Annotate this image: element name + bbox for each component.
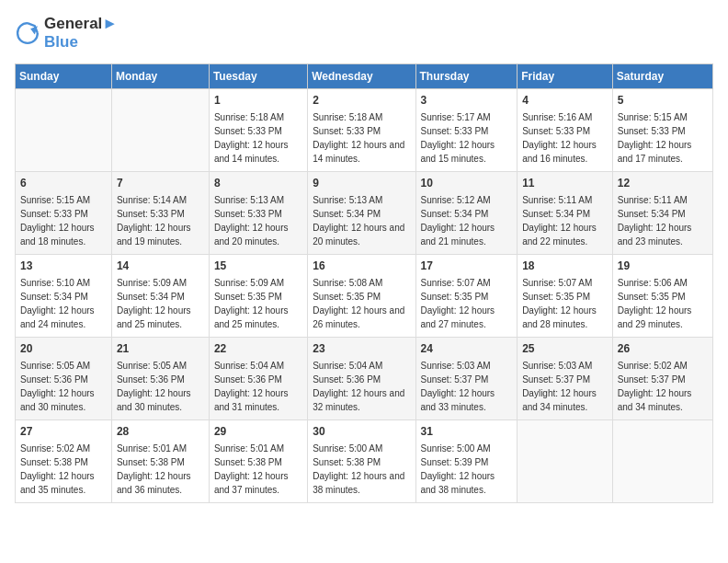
calendar-cell: 22Sunrise: 5:04 AMSunset: 5:36 PMDayligh… [209, 337, 307, 419]
calendar-week-row: 27Sunrise: 5:02 AMSunset: 5:38 PMDayligh… [16, 419, 713, 502]
day-info: Sunrise: 5:06 AMSunset: 5:35 PMDaylight:… [618, 276, 708, 331]
day-number: 2 [313, 93, 410, 109]
calendar-table: SundayMondayTuesdayWednesdayThursdayFrid… [15, 63, 713, 503]
calendar-cell: 2Sunrise: 5:18 AMSunset: 5:33 PMDaylight… [308, 88, 415, 171]
day-number: 16 [313, 259, 410, 274]
day-info: Sunrise: 5:00 AMSunset: 5:39 PMDaylight:… [421, 442, 513, 497]
day-info: Sunrise: 5:04 AMSunset: 5:36 PMDaylight:… [214, 359, 302, 414]
day-number: 3 [421, 93, 513, 109]
calendar-cell: 28Sunrise: 5:01 AMSunset: 5:38 PMDayligh… [111, 419, 209, 502]
calendar-cell: 1Sunrise: 5:18 AMSunset: 5:33 PMDaylight… [209, 88, 307, 171]
day-number: 30 [313, 424, 410, 440]
day-info: Sunrise: 5:15 AMSunset: 5:33 PMDaylight:… [618, 110, 708, 166]
calendar-cell: 8Sunrise: 5:13 AMSunset: 5:33 PMDaylight… [209, 171, 307, 254]
day-number: 20 [20, 341, 107, 357]
calendar-cell: 5Sunrise: 5:15 AMSunset: 5:33 PMDaylight… [612, 88, 712, 171]
calendar-cell: 7Sunrise: 5:14 AMSunset: 5:33 PMDaylight… [111, 171, 209, 254]
day-info: Sunrise: 5:15 AMSunset: 5:33 PMDaylight:… [20, 193, 107, 248]
day-number: 9 [313, 176, 410, 191]
day-number: 22 [214, 341, 302, 357]
calendar-week-row: 13Sunrise: 5:10 AMSunset: 5:34 PMDayligh… [16, 254, 713, 337]
calendar-cell: 11Sunrise: 5:11 AMSunset: 5:34 PMDayligh… [518, 171, 613, 254]
day-info: Sunrise: 5:05 AMSunset: 5:36 PMDaylight:… [20, 359, 107, 414]
day-info: Sunrise: 5:13 AMSunset: 5:33 PMDaylight:… [214, 193, 302, 248]
day-number: 4 [522, 93, 608, 109]
calendar-cell: 31Sunrise: 5:00 AMSunset: 5:39 PMDayligh… [415, 419, 518, 502]
day-info: Sunrise: 5:02 AMSunset: 5:38 PMDaylight:… [20, 442, 107, 497]
day-info: Sunrise: 5:04 AMSunset: 5:36 PMDaylight:… [313, 359, 410, 414]
day-info: Sunrise: 5:08 AMSunset: 5:35 PMDaylight:… [313, 276, 410, 331]
calendar-week-row: 6Sunrise: 5:15 AMSunset: 5:33 PMDaylight… [16, 171, 713, 254]
day-info: Sunrise: 5:05 AMSunset: 5:36 PMDaylight:… [117, 359, 204, 414]
calendar-cell: 14Sunrise: 5:09 AMSunset: 5:34 PMDayligh… [111, 254, 209, 337]
day-info: Sunrise: 5:17 AMSunset: 5:33 PMDaylight:… [421, 110, 513, 166]
calendar-header-row: SundayMondayTuesdayWednesdayThursdayFrid… [16, 63, 713, 88]
day-number: 1 [214, 93, 302, 109]
day-info: Sunrise: 5:00 AMSunset: 5:38 PMDaylight:… [313, 442, 410, 497]
day-number: 5 [618, 93, 708, 109]
day-number: 28 [117, 424, 204, 440]
day-info: Sunrise: 5:07 AMSunset: 5:35 PMDaylight:… [421, 276, 513, 331]
day-info: Sunrise: 5:13 AMSunset: 5:34 PMDaylight:… [313, 193, 410, 248]
day-number: 27 [20, 424, 107, 440]
day-info: Sunrise: 5:03 AMSunset: 5:37 PMDaylight:… [421, 359, 513, 414]
calendar-cell: 4Sunrise: 5:16 AMSunset: 5:33 PMDaylight… [518, 88, 613, 171]
day-info: Sunrise: 5:16 AMSunset: 5:33 PMDaylight:… [522, 110, 608, 166]
day-number: 19 [618, 259, 708, 274]
day-number: 29 [214, 424, 302, 440]
column-header-thursday: Thursday [415, 63, 518, 88]
calendar-cell: 10Sunrise: 5:12 AMSunset: 5:34 PMDayligh… [415, 171, 518, 254]
logo-icon [15, 20, 40, 46]
day-number: 8 [214, 176, 302, 191]
column-header-saturday: Saturday [612, 63, 712, 88]
calendar-cell: 27Sunrise: 5:02 AMSunset: 5:38 PMDayligh… [16, 419, 112, 502]
column-header-friday: Friday [518, 63, 613, 88]
day-info: Sunrise: 5:18 AMSunset: 5:33 PMDaylight:… [313, 110, 410, 166]
day-number: 21 [117, 341, 204, 357]
day-info: Sunrise: 5:10 AMSunset: 5:34 PMDaylight:… [20, 276, 107, 331]
day-info: Sunrise: 5:09 AMSunset: 5:34 PMDaylight:… [117, 276, 204, 331]
day-number: 23 [313, 341, 410, 357]
calendar-cell: 20Sunrise: 5:05 AMSunset: 5:36 PMDayligh… [16, 337, 112, 419]
day-info: Sunrise: 5:01 AMSunset: 5:38 PMDaylight:… [214, 442, 302, 497]
calendar-cell: 6Sunrise: 5:15 AMSunset: 5:33 PMDaylight… [16, 171, 112, 254]
day-info: Sunrise: 5:12 AMSunset: 5:34 PMDaylight:… [421, 193, 513, 248]
day-number: 25 [522, 341, 608, 357]
calendar-cell [16, 88, 112, 171]
day-number: 11 [522, 176, 608, 191]
day-info: Sunrise: 5:11 AMSunset: 5:34 PMDaylight:… [522, 193, 608, 248]
day-number: 10 [421, 176, 513, 191]
day-number: 12 [618, 176, 708, 191]
calendar-cell [111, 88, 209, 171]
column-header-sunday: Sunday [16, 63, 112, 88]
day-number: 31 [421, 424, 513, 440]
calendar-cell: 30Sunrise: 5:00 AMSunset: 5:38 PMDayligh… [308, 419, 415, 502]
day-info: Sunrise: 5:02 AMSunset: 5:37 PMDaylight:… [618, 359, 708, 414]
day-number: 13 [20, 259, 107, 274]
day-number: 6 [20, 176, 107, 191]
day-info: Sunrise: 5:14 AMSunset: 5:33 PMDaylight:… [117, 193, 204, 248]
calendar-cell [612, 419, 712, 502]
day-info: Sunrise: 5:11 AMSunset: 5:34 PMDaylight:… [618, 193, 708, 248]
calendar-cell: 15Sunrise: 5:09 AMSunset: 5:35 PMDayligh… [209, 254, 307, 337]
day-info: Sunrise: 5:18 AMSunset: 5:33 PMDaylight:… [214, 110, 302, 166]
calendar-cell: 19Sunrise: 5:06 AMSunset: 5:35 PMDayligh… [612, 254, 712, 337]
day-number: 17 [421, 259, 513, 274]
day-number: 18 [522, 259, 608, 274]
calendar-cell [518, 419, 613, 502]
day-number: 15 [214, 259, 302, 274]
calendar-cell: 23Sunrise: 5:04 AMSunset: 5:36 PMDayligh… [308, 337, 415, 419]
calendar-cell: 26Sunrise: 5:02 AMSunset: 5:37 PMDayligh… [612, 337, 712, 419]
calendar-cell: 25Sunrise: 5:03 AMSunset: 5:37 PMDayligh… [518, 337, 613, 419]
column-header-wednesday: Wednesday [308, 63, 415, 88]
calendar-cell: 18Sunrise: 5:07 AMSunset: 5:35 PMDayligh… [518, 254, 613, 337]
day-info: Sunrise: 5:03 AMSunset: 5:37 PMDaylight:… [522, 359, 608, 414]
page-header: General► Blue [15, 15, 713, 52]
logo: General► Blue [15, 15, 118, 52]
day-number: 26 [618, 341, 708, 357]
calendar-cell: 9Sunrise: 5:13 AMSunset: 5:34 PMDaylight… [308, 171, 415, 254]
calendar-cell: 21Sunrise: 5:05 AMSunset: 5:36 PMDayligh… [111, 337, 209, 419]
calendar-week-row: 1Sunrise: 5:18 AMSunset: 5:33 PMDaylight… [16, 88, 713, 171]
calendar-cell: 3Sunrise: 5:17 AMSunset: 5:33 PMDaylight… [415, 88, 518, 171]
day-info: Sunrise: 5:07 AMSunset: 5:35 PMDaylight:… [522, 276, 608, 331]
